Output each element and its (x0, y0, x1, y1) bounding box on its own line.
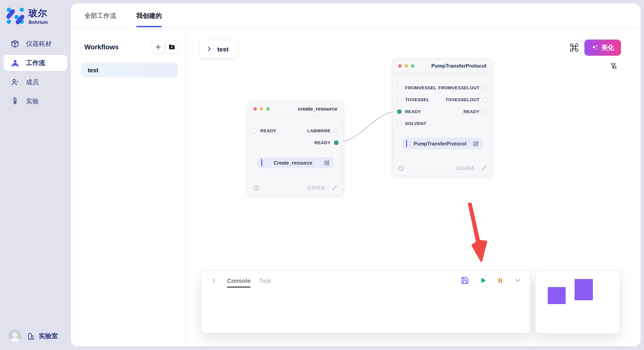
bohrium-logo-icon (6, 7, 24, 25)
brand-name-zh: 玻尔 (28, 7, 48, 19)
node-function-pill[interactable]: Create_resource (257, 157, 334, 169)
workflow-list-item-test[interactable]: test (81, 62, 178, 77)
brand-name-en: Bohrium (28, 19, 48, 24)
beautify-button[interactable]: 美化 (584, 39, 621, 56)
sidebar-item-label: 成员 (26, 78, 39, 86)
plus-icon (155, 44, 162, 50)
port-circle[interactable] (397, 85, 402, 90)
minimap[interactable] (535, 270, 620, 334)
minimap-node (548, 287, 566, 304)
output-port-fromvesselout[interactable]: FROMVESSELOUT (438, 85, 488, 90)
output-port-ready[interactable]: READY (314, 140, 338, 145)
port-circle[interactable] (334, 128, 338, 133)
window-dot-red (254, 107, 257, 110)
window-dot-yellow (260, 107, 263, 110)
port-circle[interactable] (483, 109, 488, 114)
node-create-resource[interactable]: create_resource READY LABWARE (248, 101, 343, 196)
tab-my-created[interactable]: 我创建的 (136, 12, 162, 27)
experiment-icon (10, 97, 20, 106)
avatar[interactable] (8, 330, 21, 342)
sidebar-item-instruments[interactable]: 仪器耗材 (4, 36, 67, 52)
command-icon[interactable] (569, 42, 579, 53)
window-dot-green (411, 64, 414, 67)
tab-all-workflows[interactable]: 全部工作流 (84, 12, 116, 27)
chevron-right-icon (206, 46, 212, 52)
port-circle[interactable] (483, 97, 488, 102)
building-icon (27, 332, 35, 340)
pencil-icon (332, 185, 337, 190)
console-panel: Console Task (200, 270, 531, 334)
filter-icon[interactable] (610, 62, 618, 70)
import-workflow-button[interactable] (166, 41, 178, 53)
info-icon[interactable] (254, 185, 260, 191)
node-description[interactable]: 添加描述... (456, 165, 486, 172)
sidebar-item-workflow[interactable]: 工作流 (4, 55, 67, 71)
collapse-console-icon[interactable] (514, 276, 522, 285)
input-port-ready[interactable]: READY (252, 128, 276, 133)
window-dot-green (266, 107, 270, 110)
node-title: PumpTransferProtocol (414, 63, 486, 69)
connection-edge (337, 111, 399, 142)
run-button[interactable] (479, 276, 487, 285)
sidebar: 玻尔 Bohrium 仪器耗材 工作流 (0, 0, 71, 350)
main-panel: 全部工作流 我创建的 Workflows (71, 3, 640, 346)
annotation-arrow (469, 203, 486, 261)
minimap-node (574, 279, 593, 300)
edit-icon[interactable] (473, 141, 479, 147)
lab-switcher[interactable]: 实验室 (27, 332, 58, 340)
sidebar-item-label: 实验 (26, 97, 39, 105)
app-root: 玻尔 Bohrium 仪器耗材 工作流 (0, 0, 644, 350)
output-port-ready[interactable]: READY (464, 109, 488, 114)
members-icon (10, 77, 20, 87)
console-tab[interactable]: Console (227, 277, 250, 287)
pause-button[interactable] (497, 277, 504, 284)
sidebar-item-members[interactable]: 成员 (4, 74, 67, 90)
beautify-label: 美化 (602, 44, 614, 52)
workflow-icon (10, 58, 20, 68)
port-circle[interactable] (252, 128, 257, 133)
info-icon[interactable] (398, 165, 404, 171)
workflows-title: Workflows (84, 43, 118, 51)
port-circle-connected[interactable] (334, 140, 338, 145)
port-circle[interactable] (397, 97, 402, 102)
window-dot-yellow (405, 64, 408, 67)
input-port-tovessel[interactable]: TOVESSEL (397, 97, 430, 102)
edit-icon[interactable] (324, 160, 330, 166)
sidebar-item-label: 仪器耗材 (26, 40, 52, 48)
workflows-panel: Workflows test (71, 28, 186, 346)
output-port-labware[interactable]: LABWARE (307, 128, 338, 133)
breadcrumb-label: test (217, 45, 228, 52)
brand-logo: 玻尔 Bohrium (6, 7, 48, 25)
console-expand-icon[interactable] (211, 278, 217, 283)
add-workflow-button[interactable] (152, 41, 164, 53)
sidebar-nav: 仪器耗材 工作流 成员 (4, 36, 67, 112)
sidebar-footer: 实验室 (8, 330, 58, 342)
input-port-ready[interactable]: READY (397, 109, 421, 114)
node-title: create_resource (270, 106, 337, 112)
folder-import-icon (168, 43, 176, 51)
sidebar-item-label: 工作流 (26, 59, 45, 67)
package-icon (10, 39, 20, 48)
output-port-tovesselout[interactable]: TOVESSELOUT (446, 97, 488, 102)
node-function-pill[interactable]: PumpTransferProtocol (402, 138, 482, 149)
workflow-tabs: 全部工作流 我创建的 (71, 3, 640, 28)
save-button[interactable] (461, 276, 469, 285)
lab-label: 实验室 (39, 332, 58, 340)
port-circle[interactable] (397, 121, 402, 126)
breadcrumb[interactable]: test (200, 40, 237, 57)
sidebar-item-experiments[interactable]: 实验 (4, 93, 67, 109)
flow-canvas[interactable]: test 美化 (186, 28, 640, 346)
window-dots (398, 64, 414, 67)
sparkles-icon (591, 44, 598, 51)
input-port-solvent[interactable]: SOLVENT (397, 121, 426, 126)
input-port-fromvessel[interactable]: FROMVESSEL (397, 85, 437, 90)
port-circle[interactable] (483, 85, 488, 90)
pencil-icon (481, 166, 486, 171)
window-dots (254, 107, 270, 110)
task-tab[interactable]: Task (259, 277, 271, 287)
window-dot-red (398, 64, 402, 67)
node-pump-transfer-protocol[interactable]: PumpTransferProtocol FROMVESSEL FROMVESS… (392, 58, 492, 176)
node-description[interactable]: 添加描述... (307, 184, 337, 191)
port-circle-connected[interactable] (397, 109, 402, 114)
